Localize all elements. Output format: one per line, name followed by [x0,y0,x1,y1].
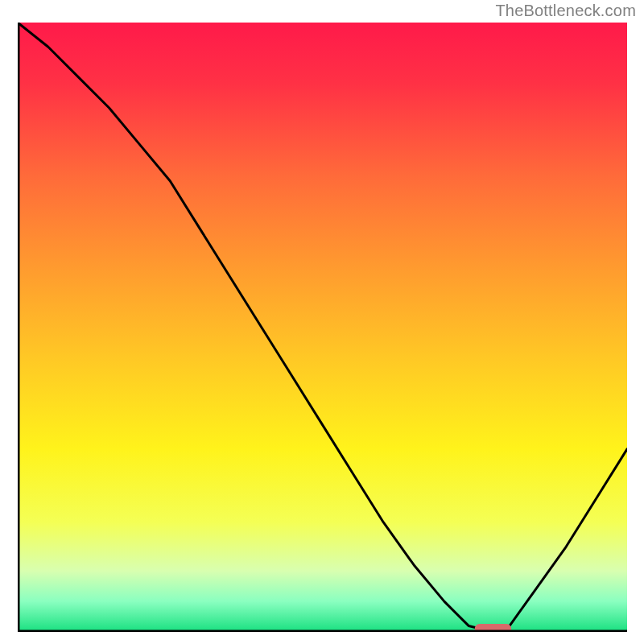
chart-svg [18,23,627,632]
bottleneck-curve-chart [18,23,627,632]
chart-background-gradient [18,23,627,632]
watermark-text: TheBottleneck.com [495,2,636,20]
